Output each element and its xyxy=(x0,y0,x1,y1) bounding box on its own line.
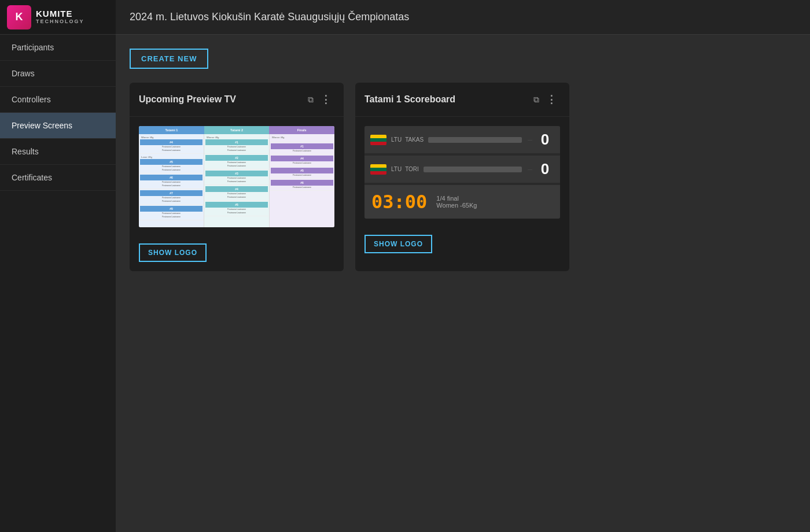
external-link-button-scoreboard[interactable]: ⧉ xyxy=(530,93,543,107)
tv-cell: #6 Firstname Lastname xyxy=(270,179,334,191)
sidebar-item-certificates[interactable]: Certificates xyxy=(0,165,116,191)
tv-cell: #5 Firstname Lastname Firstname Lastname xyxy=(204,201,269,216)
logo-area: K KUMITE TECHNOLOGY xyxy=(0,0,116,35)
tv-cell: Loser #8g #5 Firstname Lastname Firstnam… xyxy=(139,154,204,173)
tv-cell: Winner #8g #4 Firstname Lastname Firstna… xyxy=(139,134,204,154)
player-row-tori: LTU TORI — 0 xyxy=(365,156,560,183)
role-tori: TORI xyxy=(405,166,419,172)
sidebar-item-controllers[interactable]: Controllers xyxy=(0,87,116,113)
tv-cell: #2 Firstname Lastname Firstname Lastname xyxy=(204,154,269,169)
card-header-tv: Upcoming Preview TV ⧉ ⋮ xyxy=(130,83,344,117)
sidebar-item-preview-screens[interactable]: Preview Screens xyxy=(0,113,116,139)
tv-body: Winner #8g #4 Firstname Lastname Firstna… xyxy=(139,134,334,227)
tv-column-3: Winner #8g #1 Firstname Lastname #4 xyxy=(270,134,334,227)
logo-name: KUMITE xyxy=(36,9,84,19)
cards-grid: Upcoming Preview TV ⧉ ⋮ Tatami 1 xyxy=(130,83,796,271)
tv-cell: #5 Firstname Lastname xyxy=(270,167,334,179)
show-logo-button-tv[interactable]: SHOW LOGO xyxy=(139,243,207,262)
card-title-tv: Upcoming Preview TV xyxy=(139,94,304,105)
more-options-button-scoreboard[interactable]: ⋮ xyxy=(543,91,560,108)
create-new-button[interactable]: CREATE NEW xyxy=(130,49,208,69)
timer-row: 03:00 1/4 final Women -65Kg xyxy=(365,185,560,219)
match-category: Women -65Kg xyxy=(436,202,477,209)
page-title: 2024 m. Lietuvos Kiokušin Karatė Suaugus… xyxy=(130,11,409,23)
content-area: CREATE NEW Upcoming Preview TV ⧉ ⋮ xyxy=(116,35,810,532)
tv-cell: #4 Firstname Lastname Firstname Lastname xyxy=(204,185,269,201)
tv-column-1: Winner #8g #4 Firstname Lastname Firstna… xyxy=(139,134,204,227)
external-link-icon: ⧉ xyxy=(308,95,314,105)
player-name-blur-tori xyxy=(424,167,522,172)
match-info: 1/4 final Women -65Kg xyxy=(436,195,477,209)
sidebar: K KUMITE TECHNOLOGY Participants Draws C… xyxy=(0,0,116,532)
card-footer-scoreboard: SHOW LOGO xyxy=(355,228,569,263)
country-takas: LTU xyxy=(391,136,402,143)
main-content: 2024 m. Lietuvos Kiokušin Karatė Suaugus… xyxy=(116,0,810,532)
tv-cell: #9 Firstname Lastname Firstname Lastname xyxy=(139,205,204,220)
card-footer-tv: SHOW LOGO xyxy=(130,237,344,271)
flag-tori xyxy=(370,164,386,175)
logo-text: KUMITE TECHNOLOGY xyxy=(36,9,84,24)
timer-display: 03:00 xyxy=(371,191,427,213)
sidebar-item-draws[interactable]: Draws xyxy=(0,61,116,87)
tv-col-finals: Finals xyxy=(269,126,334,134)
tv-cell: Winner #8g xyxy=(270,134,334,142)
tv-cell: Winner #8g #1 Firstname Lastname Firstna… xyxy=(204,134,269,154)
flag-takas xyxy=(370,135,386,145)
top-bar: 2024 m. Lietuvos Kiokušin Karatė Suaugus… xyxy=(116,0,810,35)
show-logo-button-scoreboard[interactable]: SHOW LOGO xyxy=(365,235,432,253)
card-body-scoreboard: LTU TAKAS — 0 xyxy=(355,117,569,228)
country-tori: LTU xyxy=(391,166,402,172)
tv-cell: #6 Firstname Lastname Firstname Lastname xyxy=(139,173,204,189)
sidebar-item-results[interactable]: Results xyxy=(0,139,116,165)
score-tori: 0 xyxy=(536,160,554,178)
penalties-tori: — xyxy=(528,167,532,172)
match-round: 1/4 final xyxy=(436,195,477,202)
more-options-icon-scoreboard: ⋮ xyxy=(546,93,557,106)
tv-cell: #7 Firstname Lastname Firstname Lastname xyxy=(139,189,204,205)
card-header-scoreboard: Tatami 1 Scoreboard ⧉ ⋮ xyxy=(355,83,569,117)
tv-cell: #3 Firstname Lastname Firstname Lastname xyxy=(204,169,269,185)
scoreboard-preview: LTU TAKAS — 0 xyxy=(365,126,560,219)
external-link-button-tv[interactable]: ⧉ xyxy=(304,93,317,107)
logo-sub: TECHNOLOGY xyxy=(36,19,84,25)
tv-cell: #4 Firstname Lastname xyxy=(270,154,334,167)
sidebar-item-participants[interactable]: Participants xyxy=(0,35,116,61)
score-takas: 0 xyxy=(536,131,554,149)
card-tatami-scoreboard: Tatami 1 Scoreboard ⧉ ⋮ xyxy=(355,83,569,271)
tv-preview-thumbnail: Tatami 1 Tatami 2 Finals Winner #8g #4 xyxy=(139,126,334,227)
card-body-tv: Tatami 1 Tatami 2 Finals Winner #8g #4 xyxy=(130,117,344,237)
logo-icon: K xyxy=(7,5,31,29)
external-link-icon-scoreboard: ⧉ xyxy=(533,95,539,105)
tv-cell: #1 Firstname Lastname xyxy=(270,142,334,154)
tv-col-tatami1: Tatami 1 xyxy=(139,126,204,134)
tv-column-2: Winner #8g #1 Firstname Lastname Firstna… xyxy=(204,134,270,227)
card-title-scoreboard: Tatami 1 Scoreboard xyxy=(365,94,530,105)
player-row-takas: LTU TAKAS — 0 xyxy=(365,126,560,153)
player-name-blur-takas xyxy=(428,137,522,143)
more-options-button-tv[interactable]: ⋮ xyxy=(317,91,334,108)
card-upcoming-preview-tv: Upcoming Preview TV ⧉ ⋮ Tatami 1 xyxy=(130,83,344,271)
penalties-takas: — xyxy=(528,137,532,142)
more-options-icon: ⋮ xyxy=(321,93,331,106)
tv-col-tatami2: Tatami 2 xyxy=(204,126,270,134)
role-takas: TAKAS xyxy=(405,136,424,143)
